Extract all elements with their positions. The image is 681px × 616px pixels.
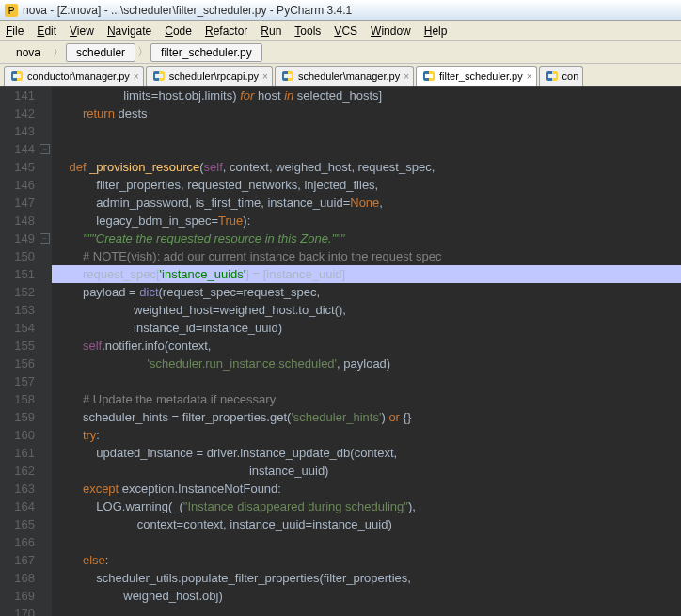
line-number: 157 (0, 372, 35, 390)
menu-help[interactable]: Help (424, 24, 448, 38)
code-line[interactable]: """Create the requested resource in this… (52, 229, 681, 247)
breadcrumb: nova〉scheduler〉filter_scheduler.py (0, 41, 681, 64)
tab-label: filter_scheduler.py (439, 71, 523, 82)
line-number: 159 (0, 408, 35, 426)
breadcrumb-item[interactable]: nova (6, 43, 51, 62)
code-line[interactable]: else: (52, 551, 681, 569)
code-line[interactable]: admin_password, is_first_time, instance_… (52, 194, 681, 212)
code-line[interactable]: legacy_bdm_in_spec=True): (52, 212, 681, 229)
code-line[interactable] (52, 372, 681, 390)
line-number: 152 (0, 283, 35, 301)
close-tab-icon[interactable]: × (134, 71, 139, 82)
line-number: 146 (0, 176, 35, 194)
code-line[interactable]: scheduler_hints = filter_properties.get(… (52, 408, 681, 426)
editor-tab[interactable]: filter_scheduler.py× (416, 66, 537, 86)
code-line[interactable]: limits=host.obj.limits) for host in sele… (52, 87, 681, 104)
line-number: 161 (0, 444, 35, 462)
code-line[interactable]: try: (52, 426, 681, 444)
code-line[interactable]: request_spec['instance_uuids'] = [instan… (52, 265, 681, 283)
title-bar: P nova - [Z:\nova] - ...\scheduler\filte… (0, 0, 681, 21)
code-line[interactable]: LOG.warning(_("Instance disappeared duri… (52, 498, 681, 515)
line-number: 151 (0, 265, 35, 283)
code-editor[interactable]: 1411421431441451461471481491501511521531… (0, 87, 681, 616)
code-line[interactable] (52, 140, 681, 158)
line-number: 147 (0, 194, 35, 212)
menu-refactor[interactable]: Refactor (205, 24, 247, 38)
breadcrumb-separator-icon: 〉 (137, 44, 149, 60)
breadcrumb-item[interactable]: filter_scheduler.py (150, 43, 262, 62)
line-number: 158 (0, 390, 35, 408)
line-number: 166 (0, 533, 35, 551)
menu-tools[interactable]: Tools (294, 24, 321, 38)
line-number: 165 (0, 515, 35, 533)
fold-toggle-icon[interactable]: − (40, 233, 50, 244)
code-line[interactable]: def _provision_resource(self, context, w… (52, 158, 681, 176)
menu-navigate[interactable]: Navigate (107, 24, 151, 38)
python-file-icon (152, 70, 166, 83)
breadcrumb-item[interactable]: scheduler (66, 43, 135, 62)
line-number: 145 (0, 158, 35, 176)
line-number: 143 (0, 122, 35, 140)
code-line[interactable]: instance_id=instance_uuid) (52, 319, 681, 337)
editor-tab[interactable]: scheduler\manager.py× (275, 66, 414, 86)
line-number: 141 (0, 87, 35, 104)
line-number: 154 (0, 319, 35, 337)
code-line[interactable]: filter_properties, requested_networks, i… (52, 176, 681, 194)
code-line[interactable] (52, 533, 681, 551)
code-line[interactable]: # Update the metadata if necessary (52, 390, 681, 408)
code-area[interactable]: limits=host.obj.limits) for host in sele… (52, 87, 681, 616)
code-line[interactable]: self.notifier.info(context, (52, 337, 681, 355)
editor-tabs: conductor\manager.py×scheduler\rpcapi.py… (0, 64, 681, 87)
editor-tab[interactable]: con (539, 66, 584, 86)
menu-bar: FileEditViewNavigateCodeRefactorRunTools… (0, 21, 681, 41)
close-tab-icon[interactable]: × (404, 71, 409, 82)
breadcrumb-separator-icon: 〉 (53, 44, 64, 60)
editor-tab[interactable]: scheduler\rpcapi.py× (146, 66, 273, 86)
app-icon: P (4, 3, 19, 18)
line-number: 162 (0, 462, 35, 480)
line-number: 150 (0, 247, 35, 265)
code-line[interactable] (52, 122, 681, 140)
line-number: 163 (0, 480, 35, 498)
menu-code[interactable]: Code (165, 24, 192, 38)
line-number: 144 (0, 140, 35, 158)
close-tab-icon[interactable]: × (262, 71, 268, 82)
code-line[interactable]: return dests (52, 104, 681, 122)
tab-label: con (562, 71, 579, 82)
line-number: 164 (0, 498, 35, 515)
code-line[interactable]: # NOTE(vish): add our current instance b… (52, 247, 681, 265)
menu-edit[interactable]: Edit (37, 24, 56, 38)
python-file-icon (281, 70, 294, 83)
line-number: 167 (0, 551, 35, 569)
line-number: 156 (0, 355, 35, 372)
close-tab-icon[interactable]: × (527, 71, 532, 82)
code-line[interactable]: weighed_host.obj) (52, 587, 681, 605)
menu-run[interactable]: Run (261, 24, 281, 38)
editor-tab[interactable]: conductor\manager.py× (4, 66, 144, 86)
line-gutter: 1411421431441451461471481491501511521531… (0, 87, 52, 616)
tab-label: scheduler\manager.py (298, 71, 400, 82)
menu-file[interactable]: File (6, 24, 24, 38)
python-file-icon (10, 70, 24, 83)
code-line[interactable]: context=context, instance_uuid=instance_… (52, 515, 681, 533)
line-number: 169 (0, 587, 35, 605)
line-number: 160 (0, 426, 35, 444)
line-number: 168 (0, 569, 35, 587)
fold-toggle-icon[interactable]: − (40, 144, 50, 154)
line-number: 153 (0, 301, 35, 319)
menu-window[interactable]: Window (371, 24, 411, 38)
line-number: 148 (0, 212, 35, 229)
code-line[interactable]: except exception.InstanceNotFound: (52, 480, 681, 498)
menu-view[interactable]: View (70, 24, 94, 38)
code-line[interactable]: updated_instance = driver.instance_updat… (52, 444, 681, 462)
menu-vcs[interactable]: VCS (334, 24, 357, 38)
python-file-icon (422, 70, 436, 83)
code-line[interactable]: scheduler_utils.populate_filter_properti… (52, 569, 681, 587)
svg-text:P: P (8, 6, 15, 16)
code-line[interactable]: weighted_host=weighed_host.to_dict(), (52, 301, 681, 319)
code-line[interactable]: 'scheduler.run_instance.scheduled', payl… (52, 355, 681, 372)
tab-label: scheduler\rpcapi.py (169, 71, 259, 82)
code-line[interactable]: instance_uuid) (52, 462, 681, 480)
code-line[interactable]: payload = dict(request_spec=request_spec… (52, 283, 681, 301)
line-number: 155 (0, 337, 35, 355)
